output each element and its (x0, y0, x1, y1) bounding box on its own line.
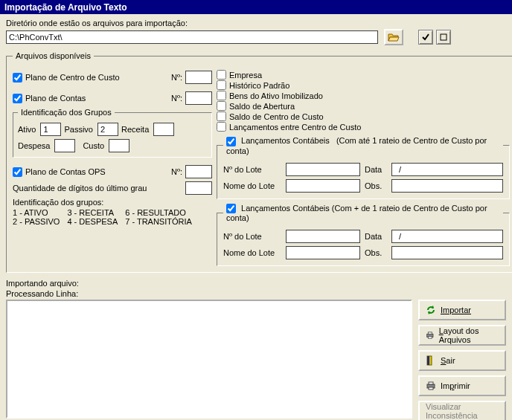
lbl-qtd-digitos: Quantidade de dígitos do último grau (13, 184, 147, 193)
layout-button[interactable]: Layout dos Arquivos (418, 325, 506, 346)
lbl-passivo: Passivo (64, 125, 93, 134)
lbl-n-lote-2: Nº do Lote (223, 232, 281, 241)
input-passivo[interactable] (97, 123, 118, 136)
input-n-lote-1[interactable] (286, 163, 360, 176)
input-n-lote-2[interactable] (286, 230, 360, 243)
lbl-data-1: Data (365, 165, 387, 174)
lbl-plano-ops: Plano de Contas OPS (25, 167, 106, 176)
left-column: Plano de Centro de Custo Nº: Plano de Co… (13, 69, 212, 266)
lbl-custo: Custo (83, 141, 104, 150)
input-despesa[interactable] (54, 139, 75, 152)
input-plano-ops-no[interactable] (185, 165, 212, 178)
arquivos-fieldset: Arquivos disponíveis Plano de Centro de … (6, 51, 512, 273)
input-obs-2[interactable] (391, 246, 503, 259)
lbl-plano-centro: Plano de Centro de Custo (25, 73, 120, 82)
lbl-saldo-centro: Saldo de Centro de Custo (229, 112, 324, 121)
ops-7: 7 - TRANSITÓRIA (125, 217, 192, 226)
lbl-obs-1: Obs. (365, 181, 387, 190)
refresh-icon (426, 305, 436, 315)
deselect-all-button[interactable] (436, 30, 451, 45)
folder-open-icon (388, 32, 400, 42)
exit-button[interactable]: Sair (418, 350, 506, 371)
printer-icon (426, 381, 436, 391)
lanc1-fieldset: Lançamentos Contábeis (Com até 1 rateio … (217, 136, 510, 199)
window-title: Importação de Arquivo Texto (0, 0, 512, 14)
input-plano-centro-no[interactable] (185, 71, 212, 84)
lbl-obs-2: Obs. (365, 248, 387, 257)
dir-input[interactable] (6, 30, 378, 44)
print-button-label: Imprimir (441, 381, 470, 390)
ops-legend-cols: 1 - ATIVO 2 - PASSIVO 3 - RECEITA 4 - DE… (13, 208, 212, 226)
lanc2-fieldset: Lançamentos Contábeis (Com + de 1 rateio… (217, 204, 510, 267)
chk-lanc2[interactable] (226, 204, 236, 213)
chk-plano-ops[interactable] (13, 167, 22, 177)
lbl-historico: Histórico Padrão (229, 81, 289, 90)
chk-saldo-centro[interactable] (217, 112, 226, 121)
ops-2: 2 - PASSIVO (13, 217, 60, 226)
chk-empresa[interactable] (217, 70, 226, 80)
importing-status: Importando arquivo: (6, 279, 506, 288)
ops-4: 4 - DESPESA (67, 217, 118, 226)
browse-button[interactable] (384, 29, 403, 45)
lbl-receita: Receita (121, 125, 149, 134)
input-receita[interactable] (153, 123, 174, 136)
input-nome-lote-2[interactable] (286, 246, 360, 259)
import-button-label: Importar (441, 306, 471, 314)
input-custo[interactable] (109, 139, 129, 152)
door-exit-icon (426, 355, 436, 366)
ops-3: 3 - RECEITA (67, 208, 118, 217)
lbl-plano-contas: Plano de Contas (25, 94, 86, 103)
svg-rect-2 (428, 332, 432, 334)
chk-plano-centro[interactable] (13, 73, 22, 83)
ident-grupos-fieldset: Identificação dos Grupos Ativo Passivo R… (13, 108, 212, 158)
chk-saldo-abertura[interactable] (217, 101, 226, 111)
arquivos-legend: Arquivos disponíveis (13, 51, 94, 60)
log-textarea[interactable] (6, 300, 412, 419)
svg-rect-0 (441, 34, 447, 40)
input-obs-1[interactable] (391, 179, 503, 193)
lanc2-legend: Lançamentos Contábeis (Com + de 1 rateio… (223, 204, 503, 223)
input-data-2[interactable] (391, 230, 503, 243)
lbl-despesa: Despesa (18, 141, 50, 150)
lbl-empresa: Empresa (229, 71, 262, 80)
lbl-saldo-abertura: Saldo de Abertura (229, 102, 295, 111)
client-area: Diretório onde estão os arquivos para im… (0, 14, 512, 420)
view-inconsistency-button: Visualizar Inconsistência (418, 401, 506, 420)
ident-grupos-legend: Identificação dos Grupos (18, 108, 115, 117)
svg-rect-5 (427, 356, 429, 365)
lbl-bens: Bens do Ativo Imobilizado (229, 91, 323, 100)
chk-historico[interactable] (217, 80, 226, 90)
layout-button-label: Layout dos Arquivos (439, 326, 500, 344)
svg-rect-8 (429, 387, 433, 390)
exit-button-label: Sair (441, 356, 455, 365)
lbl-no-2: Nº: (171, 94, 182, 103)
input-qtd-digitos[interactable] (185, 181, 212, 195)
lbl-nome-lote-1: Nome do Lote (223, 181, 281, 190)
lbl-ativo: Ativo (18, 125, 36, 134)
select-all-button[interactable] (418, 30, 433, 45)
chk-plano-contas[interactable] (13, 94, 22, 103)
print-button[interactable]: Imprimir (418, 375, 506, 396)
import-button[interactable]: Importar (418, 300, 506, 320)
input-nome-lote-1[interactable] (286, 179, 360, 193)
chk-lanc1[interactable] (226, 137, 236, 146)
dir-label: Diretório onde estão os arquivos para im… (6, 19, 506, 28)
input-plano-contas-no[interactable] (185, 91, 212, 105)
svg-rect-3 (428, 337, 432, 338)
processing-status: Processando Linha: (6, 289, 506, 298)
lbl-lanc1: Lançamentos Contábeis (241, 136, 330, 145)
lanc1-legend: Lançamentos Contábeis (Com até 1 rateio … (223, 136, 503, 155)
lbl-lanc-centros: Lançamentos entre Centro de Custo (229, 123, 361, 132)
chk-bens[interactable] (217, 91, 226, 100)
input-ativo[interactable] (40, 123, 61, 136)
lbl-lanc2: Lançamentos Contábeis (Com + de 1 rateio… (226, 204, 487, 223)
empty-box-icon (440, 33, 447, 41)
printer-icon (426, 330, 435, 340)
input-data-1[interactable] (391, 163, 503, 176)
ops-legend-title: Identificação dos grupos: (13, 198, 212, 207)
lbl-nome-lote-2: Nome do Lote (223, 248, 281, 257)
lbl-no-1: Nº: (171, 73, 182, 82)
right-column: Empresa Histórico Padrão Bens do Ativo I… (217, 69, 510, 266)
chk-lanc-centros[interactable] (217, 122, 226, 132)
check-icon (422, 33, 429, 41)
